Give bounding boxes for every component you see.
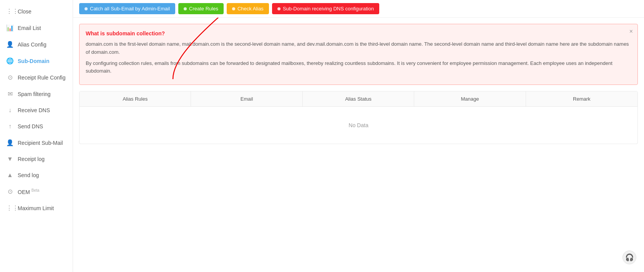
expand-icon: ▲	[6, 172, 14, 179]
headset-icon: 🎧	[625, 253, 634, 262]
catch-all-dot	[85, 7, 88, 10]
sidebar-item-maximum-limit[interactable]: ⋮⋮ Maximum Limit	[0, 200, 73, 216]
globe-icon: 🌐	[6, 57, 14, 65]
support-button[interactable]: 🎧	[622, 250, 636, 264]
sidebar-item-sub-domain[interactable]: 🌐 Sub-Domain	[0, 53, 73, 69]
down-arrow-icon: ↓	[6, 107, 14, 114]
col-alias-status: Alias Status	[303, 91, 414, 106]
spam-icon: ✉	[6, 90, 14, 98]
check-alias-button[interactable]: Check Alias	[227, 3, 269, 14]
sidebar-item-oem-beta[interactable]: ⊙ OEM Beta	[0, 183, 73, 200]
person-icon: 👤	[6, 139, 14, 146]
sidebar-item-send-dns[interactable]: ↑ Send DNS	[0, 118, 73, 134]
check-alias-dot	[232, 7, 235, 10]
sub-domain-dns-button[interactable]: Sub-Domain receiving DNS configuration	[272, 3, 379, 14]
sidebar-item-email-list[interactable]: 📊 Email List	[0, 20, 73, 36]
col-email: Email	[191, 91, 302, 106]
sidebar-item-close[interactable]: ⋮⋮ Close	[0, 3, 73, 20]
table-header: Alias Rules Email Alias Status Manage Re…	[80, 91, 637, 107]
table-empty-state: No Data	[80, 107, 637, 144]
col-manage: Manage	[414, 91, 526, 106]
oem-icon: ⊙	[6, 188, 14, 195]
user-icon: 👤	[6, 41, 14, 48]
info-box: What is subdomain collection? domain.com…	[79, 24, 638, 85]
alias-table: Alias Rules Email Alias Status Manage Re…	[79, 91, 638, 144]
bar-chart-icon: 📊	[6, 24, 14, 32]
sidebar: ⋮⋮ Close 📊 Email List 👤 Alias Config 🌐 S…	[0, 0, 73, 272]
info-box-text1: domain.com is the first-level domain nam…	[86, 40, 631, 56]
create-rules-button[interactable]: Create Rules	[178, 3, 224, 14]
col-remark: Remark	[526, 91, 637, 106]
sidebar-item-send-log[interactable]: ▲ Send log	[0, 167, 73, 183]
sidebar-item-receipt-rule-config[interactable]: ⊙ Receipt Rule Config	[0, 69, 73, 86]
collapse-icon: ▼	[6, 156, 14, 163]
col-alias-rules: Alias Rules	[80, 91, 191, 106]
sidebar-item-spam-filtering[interactable]: ✉ Spam filtering	[0, 86, 73, 102]
info-box-text2: By configuring collection rules, emails …	[86, 60, 631, 76]
rule-icon: ⊙	[6, 74, 14, 81]
sub-domain-dns-dot	[277, 7, 281, 10]
content-area: What is subdomain collection? domain.com…	[73, 18, 644, 272]
sidebar-item-alias-config[interactable]: 👤 Alias Config	[0, 36, 73, 53]
sidebar-item-receipt-log[interactable]: ▼ Receipt log	[0, 151, 73, 167]
info-box-close-button[interactable]: ×	[629, 28, 633, 35]
up-arrow-icon: ↑	[6, 123, 14, 130]
info-box-title: What is subdomain collection?	[86, 30, 631, 36]
sidebar-item-recipient-sub-mail[interactable]: 👤 Recipient Sub-Mail	[0, 134, 73, 151]
close-icon: ⋮⋮	[6, 8, 14, 15]
main-content: Catch all Sub-Email by Admin-Email Creat…	[73, 0, 644, 272]
toolbar: Catch all Sub-Email by Admin-Email Creat…	[73, 0, 644, 18]
create-rules-dot	[184, 7, 187, 10]
sidebar-item-receive-dns[interactable]: ↓ Receive DNS	[0, 102, 73, 118]
limit-icon: ⋮⋮	[6, 204, 14, 212]
catch-all-button[interactable]: Catch all Sub-Email by Admin-Email	[79, 3, 175, 14]
